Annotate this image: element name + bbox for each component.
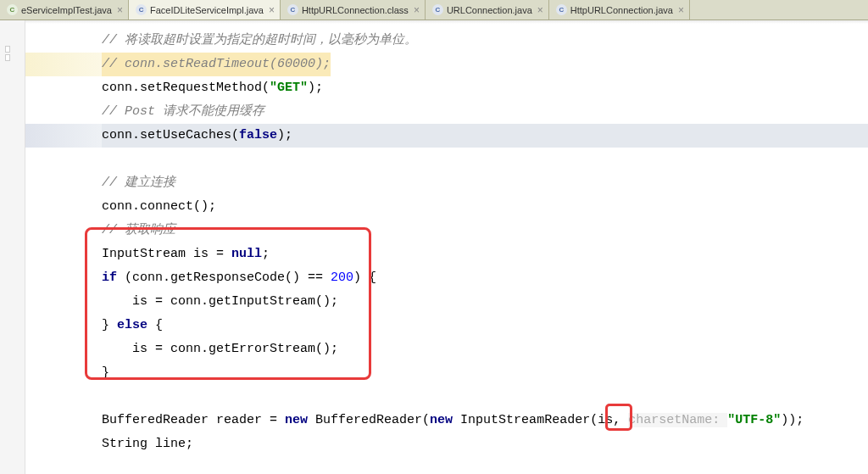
editor-gutter[interactable] xyxy=(0,20,25,474)
code-editor[interactable]: // 将读取超时设置为指定的超时时间，以毫秒为单位。 // conn.setRe… xyxy=(25,20,868,474)
close-icon[interactable]: × xyxy=(678,4,684,16)
code-line xyxy=(102,385,868,409)
code-line: BufferedReader reader = new BufferedRead… xyxy=(102,409,868,432)
java-file-icon: C xyxy=(7,4,18,15)
code-line: String line; xyxy=(102,432,868,456)
java-class-icon: C xyxy=(136,4,147,15)
code-line: is = conn.getErrorStream(); xyxy=(102,337,868,361)
tab-label: HttpURLConnection.class xyxy=(302,5,409,15)
java-class-icon: C xyxy=(556,4,567,15)
code-line: is = conn.getInputStream(); xyxy=(102,290,868,314)
code-line: InputStream is = null; xyxy=(102,243,868,266)
java-class-icon: C xyxy=(287,4,298,15)
java-class-icon: C xyxy=(432,4,443,15)
close-icon[interactable]: × xyxy=(117,4,123,16)
code-line: // Post 请求不能使用缓存 xyxy=(102,100,868,124)
tab-faceidliteserviceimpl[interactable]: C FaceIDLiteServiceImpl.java × xyxy=(129,0,281,20)
code-line: conn.setUseCaches(false); xyxy=(102,124,868,148)
code-line: } xyxy=(102,361,868,385)
close-icon[interactable]: × xyxy=(269,4,275,16)
code-line: conn.setRequestMethod("GET"); xyxy=(102,76,868,100)
editor-tab-bar: C eServiceImplTest.java × C FaceIDLiteSe… xyxy=(0,0,868,20)
code-line: // 获取响应 xyxy=(102,219,868,243)
tab-label: HttpURLConnection.java xyxy=(570,5,673,15)
tab-label: FaceIDLiteServiceImpl.java xyxy=(150,5,264,15)
tab-httpurlconnection-java[interactable]: C HttpURLConnection.java × xyxy=(549,0,690,20)
code-line: // conn.setReadTimeout(60000); xyxy=(102,53,868,76)
tab-urlconnection[interactable]: C URLConnection.java × xyxy=(426,0,549,20)
editor-area: // 将读取超时设置为指定的超时时间，以毫秒为单位。 // conn.setRe… xyxy=(0,20,868,474)
code-line: // 将读取超时设置为指定的超时时间，以毫秒为单位。 xyxy=(102,29,868,53)
gutter-fold-marks[interactable] xyxy=(5,46,10,61)
tab-eserviceimpltest[interactable]: C eServiceImplTest.java × xyxy=(0,0,129,20)
code-line: conn.connect(); xyxy=(102,195,868,219)
code-line xyxy=(102,148,868,171)
code-line: } else { xyxy=(102,314,868,337)
tab-label: URLConnection.java xyxy=(447,5,532,15)
close-icon[interactable]: × xyxy=(414,4,420,16)
code-line: if (conn.getResponseCode() == 200) { xyxy=(102,266,868,290)
close-icon[interactable]: × xyxy=(537,4,543,16)
tab-label: eServiceImplTest.java xyxy=(21,5,112,15)
tab-httpurlconnection-class[interactable]: C HttpURLConnection.class × xyxy=(281,0,426,20)
code-line: // 建立连接 xyxy=(102,171,868,195)
